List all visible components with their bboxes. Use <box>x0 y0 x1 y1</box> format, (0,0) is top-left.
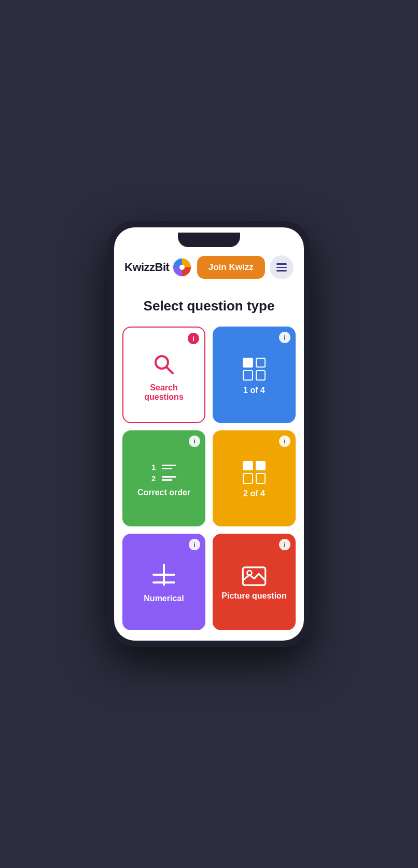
logo-icon <box>172 257 192 277</box>
notch-area <box>114 227 304 249</box>
2of4-label: 2 of 4 <box>243 489 265 498</box>
notch <box>178 233 240 247</box>
info-badge-numerical[interactable]: i <box>189 539 200 550</box>
grid-cell-outline-3 <box>256 370 266 381</box>
2of4-icon <box>243 461 266 484</box>
grid-cell-filled-1 <box>243 358 253 368</box>
menu-line-2 <box>276 267 287 268</box>
grid-cell-outline-4 <box>243 473 253 484</box>
phone-frame: KwizzBit Join Kwizz Select question <box>108 221 310 647</box>
correct-order-card[interactable]: i 1 2 <box>122 430 205 527</box>
join-kwizz-button[interactable]: Join Kwizz <box>197 256 265 279</box>
svg-line-3 <box>166 367 173 373</box>
header: KwizzBit Join Kwizz <box>114 249 304 288</box>
picture-question-card[interactable]: i Picture question <box>213 534 296 630</box>
picture-icon <box>242 566 267 586</box>
grid-cell-filled-2 <box>243 461 253 470</box>
search-questions-card[interactable]: i Search questions <box>122 327 205 423</box>
info-badge-1of4[interactable]: i <box>279 332 290 343</box>
search-questions-label: Search questions <box>132 383 196 402</box>
order-row-2: 2 <box>151 474 176 483</box>
info-badge-picture[interactable]: i <box>279 539 290 550</box>
question-type-grid: i Search questions i 1 of 4 <box>114 327 304 641</box>
numerical-card[interactable]: i Numerical <box>122 534 205 630</box>
page-title: Select question type <box>114 288 304 327</box>
grid-cell-outline-1 <box>256 358 266 368</box>
search-icon <box>150 351 177 378</box>
menu-button[interactable] <box>270 255 294 279</box>
info-badge-2of4[interactable]: i <box>279 436 290 447</box>
menu-line-1 <box>276 263 287 265</box>
numerical-label: Numerical <box>144 594 184 603</box>
grid-cell-outline-2 <box>243 370 253 381</box>
order-row-1: 1 <box>151 463 176 471</box>
info-badge-correct[interactable]: i <box>189 436 200 447</box>
logo-area: KwizzBit <box>124 257 192 277</box>
logo-text: KwizzBit <box>124 261 169 274</box>
info-badge-search[interactable]: i <box>188 333 199 344</box>
correct-order-label: Correct order <box>137 488 190 497</box>
grid-cell-outline-5 <box>256 473 266 484</box>
1of4-card[interactable]: i 1 of 4 <box>213 327 296 423</box>
phone-screen: KwizzBit Join Kwizz Select question <box>114 227 304 641</box>
correct-order-icon: 1 2 <box>151 463 176 483</box>
picture-question-label: Picture question <box>221 591 286 601</box>
2of4-card[interactable]: i 2 of 4 <box>213 430 296 527</box>
grid-cell-filled-3 <box>256 461 266 470</box>
svg-point-1 <box>179 265 185 270</box>
menu-line-3 <box>276 270 287 272</box>
1of4-icon <box>243 358 266 381</box>
numerical-icon <box>150 564 177 589</box>
1of4-label: 1 of 4 <box>243 386 265 395</box>
